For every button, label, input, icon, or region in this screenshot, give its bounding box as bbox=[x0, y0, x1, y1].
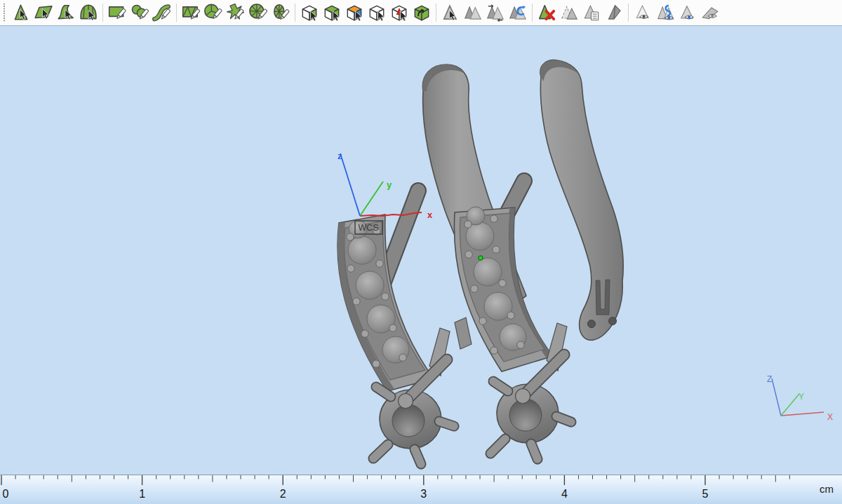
brush-mesh-rectangle-button[interactable] bbox=[180, 1, 202, 24]
view-x-label: X bbox=[827, 412, 833, 422]
detach-selected-triangles-icon bbox=[559, 3, 579, 22]
highlight-triangle-icon bbox=[678, 3, 697, 22]
selected-triangles-properties-button[interactable] bbox=[580, 1, 603, 24]
brush-pie-button[interactable] bbox=[202, 1, 225, 24]
viewport-3d[interactable]: x y z WCS X Y Z bbox=[0, 26, 842, 475]
brush-disc-narrow-icon bbox=[271, 3, 290, 22]
brush-rectangle-button[interactable] bbox=[106, 1, 128, 24]
ruler-unit-label: cm bbox=[820, 483, 834, 495]
ruler: 012345 cm bbox=[0, 475, 842, 504]
toolbar-separator bbox=[176, 4, 177, 22]
cube-select-solid-button[interactable] bbox=[321, 1, 343, 24]
wcs-z-label: z bbox=[338, 151, 342, 161]
cube-select-solid-icon bbox=[322, 3, 342, 22]
select-shell-button[interactable] bbox=[77, 1, 100, 24]
select-shell-icon bbox=[79, 3, 98, 22]
toolbar-separator bbox=[436, 4, 436, 22]
wcs-y-axis bbox=[360, 182, 383, 216]
ruler-ticks: 012345 bbox=[0, 475, 842, 504]
cube-select-inner-button[interactable] bbox=[388, 1, 410, 24]
cube-select-colored-button[interactable] bbox=[343, 1, 366, 24]
triangle-select-stack-button[interactable] bbox=[462, 1, 484, 24]
ruler-number: 0 bbox=[3, 488, 9, 500]
show-triangle-button[interactable] bbox=[632, 1, 654, 24]
brush-star-icon bbox=[226, 3, 246, 22]
highlight-triangle-button[interactable] bbox=[676, 1, 699, 24]
cube-select-top-button[interactable] bbox=[298, 1, 321, 24]
selected-triangles-properties-icon bbox=[582, 3, 601, 22]
view-x-axis bbox=[781, 412, 824, 416]
select-plane-button[interactable] bbox=[32, 1, 55, 24]
cube-select-colored-icon bbox=[345, 3, 364, 22]
scene-canvas[interactable]: x y z WCS X Y Z bbox=[0, 26, 842, 475]
ruler-number: 3 bbox=[420, 488, 427, 500]
ruler-number: 1 bbox=[139, 488, 145, 500]
cube-select-inner-icon bbox=[389, 3, 409, 22]
brush-rectangle-icon bbox=[107, 3, 127, 22]
select-surface-icon bbox=[56, 3, 76, 22]
toolbar-separator bbox=[532, 4, 533, 22]
remove-selected-triangles-icon bbox=[537, 3, 556, 22]
hide-triangle-button[interactable] bbox=[699, 1, 721, 24]
brush-star-button[interactable] bbox=[225, 1, 247, 24]
brush-disc-icon bbox=[248, 3, 268, 22]
brush-circles-icon bbox=[130, 3, 149, 22]
cube-select-rotate-button[interactable] bbox=[410, 1, 433, 24]
brush-circles-button[interactable] bbox=[128, 1, 151, 24]
brush-curve-button[interactable] bbox=[151, 1, 173, 24]
wcs-caption: WCS bbox=[358, 223, 378, 233]
triangle-selection-recycle-button[interactable] bbox=[507, 1, 529, 24]
toolbar bbox=[0, 0, 842, 26]
brush-curve-icon bbox=[152, 3, 172, 22]
toolbar-tools bbox=[10, 1, 721, 24]
select-plane-icon bbox=[34, 3, 53, 22]
triangle-select-swap-icon bbox=[486, 3, 505, 22]
swap-triangle-visibility-button[interactable] bbox=[654, 1, 676, 24]
wcs-x-label: x bbox=[427, 210, 433, 220]
wcs-z-axis bbox=[340, 154, 360, 216]
remove-selected-triangles-button[interactable] bbox=[535, 1, 558, 24]
select-triangle-button[interactable] bbox=[10, 1, 32, 24]
ruler-number: 4 bbox=[561, 488, 568, 500]
wcs-y-label: y bbox=[387, 179, 392, 190]
brush-pie-icon bbox=[203, 3, 223, 22]
shade-selected-triangle-button[interactable] bbox=[603, 1, 625, 24]
detach-selected-triangles-button[interactable] bbox=[558, 1, 580, 24]
triangle-selection-recycle-icon bbox=[508, 3, 528, 22]
ruler-number: 2 bbox=[280, 488, 286, 500]
cube-select-empty-button[interactable] bbox=[366, 1, 388, 24]
show-triangle-icon bbox=[633, 3, 653, 22]
toolbar-separator bbox=[295, 4, 295, 22]
cube-select-empty-icon bbox=[367, 3, 387, 22]
cube-select-rotate-icon bbox=[412, 3, 432, 22]
triangle-select-gray-icon bbox=[441, 3, 460, 22]
select-triangle-icon bbox=[11, 3, 31, 22]
triangle-select-stack-icon bbox=[463, 3, 483, 22]
brush-mesh-rectangle-icon bbox=[181, 3, 201, 22]
mesh-part-middle-band[interactable] bbox=[454, 207, 571, 459]
select-surface-button[interactable] bbox=[55, 1, 77, 24]
selection-point-marker[interactable] bbox=[479, 256, 483, 260]
view-orientation-triad: X Y Z bbox=[767, 374, 833, 422]
view-y-axis bbox=[781, 394, 799, 416]
toolbar-separator bbox=[102, 4, 103, 22]
view-z-axis bbox=[772, 379, 781, 416]
view-y-label: Y bbox=[798, 392, 804, 402]
view-z-label: Z bbox=[767, 374, 772, 384]
swap-triangle-visibility-icon bbox=[655, 3, 675, 22]
triangle-select-swap-button[interactable] bbox=[484, 1, 507, 24]
brush-disc-narrow-button[interactable] bbox=[269, 1, 292, 24]
hide-triangle-icon bbox=[700, 3, 720, 22]
shade-selected-triangle-icon bbox=[604, 3, 624, 22]
mesh-part-right[interactable] bbox=[540, 60, 623, 341]
cube-select-top-icon bbox=[300, 3, 319, 22]
triangle-select-gray-button[interactable] bbox=[439, 1, 462, 24]
brush-disc-button[interactable] bbox=[247, 1, 269, 24]
toolbar-separator bbox=[628, 4, 629, 22]
ruler-number: 5 bbox=[702, 488, 709, 500]
toolbar-drag-handle[interactable] bbox=[2, 3, 6, 22]
